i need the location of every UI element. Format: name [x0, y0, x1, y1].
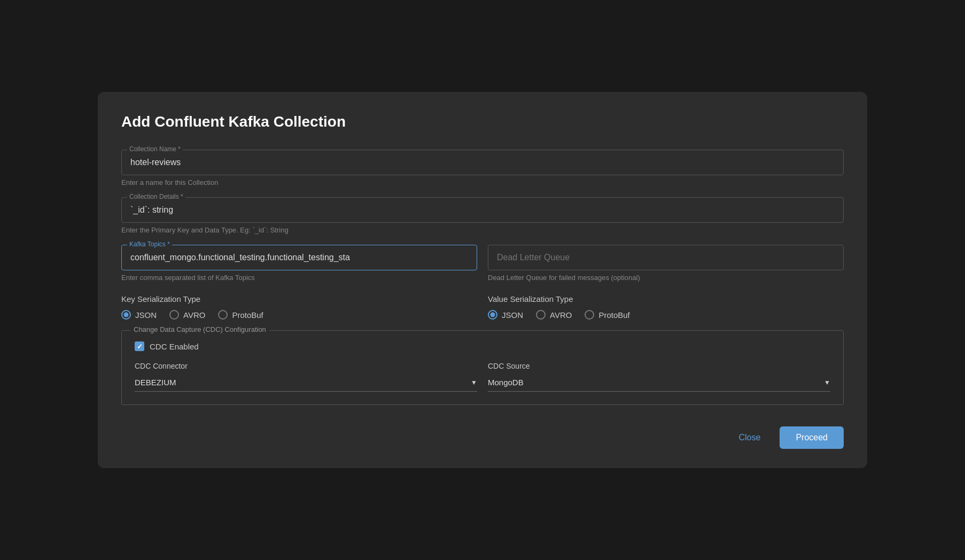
collection-details-group: Collection Details * Enter the Primary K…: [121, 197, 844, 234]
cdc-connector-title: CDC Connector: [135, 362, 477, 370]
kafka-topics-container: Kafka Topics *: [121, 245, 477, 270]
cdc-connector-group: CDC Connector DEBEZIUM ▼: [135, 362, 477, 392]
cdc-enabled-row: CDC Enabled: [135, 341, 830, 351]
collection-details-label: Collection Details *: [127, 193, 185, 200]
kafka-topics-input[interactable]: [122, 245, 477, 270]
dead-letter-queue-input[interactable]: [488, 245, 843, 270]
value-json-option[interactable]: JSON: [488, 310, 523, 320]
value-protobuf-label: ProtoBuf: [598, 310, 629, 320]
cdc-source-value: MongoDB: [488, 378, 824, 387]
dialog: Add Confluent Kafka Collection Collectio…: [98, 92, 867, 468]
cdc-section-label: Change Data Capture (CDC) Configuration: [130, 325, 269, 333]
dialog-footer: Close Proceed: [121, 421, 844, 449]
value-avro-label: AVRO: [550, 310, 572, 320]
kafka-topics-helper: Enter comma separated list of Kafka Topi…: [121, 274, 477, 282]
close-button[interactable]: Close: [730, 427, 769, 448]
key-protobuf-label: ProtoBuf: [232, 310, 263, 320]
collection-details-input[interactable]: [122, 198, 843, 222]
key-json-option[interactable]: JSON: [121, 310, 157, 320]
cdc-enabled-checkbox[interactable]: [135, 341, 144, 351]
value-serialization-options: JSON AVRO ProtoBuf: [488, 310, 844, 320]
cdc-connector-value: DEBEZIUM: [135, 378, 471, 387]
collection-name-group: Collection Name * Enter a name for this …: [121, 150, 844, 186]
cdc-enabled-label: CDC Enabled: [150, 342, 199, 351]
key-protobuf-radio[interactable]: [218, 310, 228, 320]
collection-details-helper: Enter the Primary Key and Data Type. Eg:…: [121, 226, 844, 234]
key-protobuf-option[interactable]: ProtoBuf: [218, 310, 263, 320]
collection-details-container: Collection Details *: [121, 197, 844, 223]
key-json-radio[interactable]: [121, 310, 131, 320]
key-serialization-group: Key Serialization Type JSON AVRO ProtoBu…: [121, 294, 477, 320]
dead-letter-queue-container: [488, 245, 844, 270]
collection-name-label: Collection Name *: [127, 145, 183, 153]
value-serialization-group: Value Serialization Type JSON AVRO Proto…: [488, 294, 844, 320]
value-avro-radio[interactable]: [536, 310, 546, 320]
dialog-title: Add Confluent Kafka Collection: [121, 113, 844, 130]
serialization-row: Key Serialization Type JSON AVRO ProtoBu…: [121, 294, 844, 320]
key-json-label: JSON: [135, 310, 157, 320]
value-protobuf-radio[interactable]: [585, 310, 594, 320]
topics-row: Kafka Topics * Enter comma separated lis…: [121, 245, 844, 292]
key-avro-label: AVRO: [183, 310, 205, 320]
cdc-source-dropdown[interactable]: MongoDB ▼: [488, 374, 830, 392]
key-serialization-options: JSON AVRO ProtoBuf: [121, 310, 477, 320]
cdc-source-group: CDC Source MongoDB ▼: [488, 362, 830, 392]
kafka-topics-group: Kafka Topics * Enter comma separated lis…: [121, 245, 477, 282]
collection-name-container: Collection Name *: [121, 150, 844, 175]
dead-letter-queue-group: Dead Letter Queue for failed messages (o…: [488, 245, 844, 282]
cdc-connector-dropdown[interactable]: DEBEZIUM ▼: [135, 374, 477, 392]
value-avro-option[interactable]: AVRO: [536, 310, 572, 320]
collection-name-helper: Enter a name for this Collection: [121, 178, 844, 186]
cdc-source-arrow-icon: ▼: [824, 379, 830, 386]
value-json-radio[interactable]: [488, 310, 497, 320]
proceed-button[interactable]: Proceed: [780, 426, 844, 449]
kafka-topics-label: Kafka Topics *: [127, 240, 172, 248]
collection-name-input[interactable]: [122, 150, 843, 175]
key-avro-radio[interactable]: [169, 310, 179, 320]
cdc-source-title: CDC Source: [488, 362, 830, 370]
cdc-section: Change Data Capture (CDC) Configuration …: [121, 330, 844, 405]
dead-letter-queue-helper: Dead Letter Queue for failed messages (o…: [488, 274, 844, 282]
key-serialization-title: Key Serialization Type: [121, 294, 477, 304]
value-protobuf-option[interactable]: ProtoBuf: [585, 310, 629, 320]
value-serialization-title: Value Serialization Type: [488, 294, 844, 304]
cdc-dropdowns: CDC Connector DEBEZIUM ▼ CDC Source Mong…: [135, 362, 830, 392]
value-json-label: JSON: [502, 310, 523, 320]
key-avro-option[interactable]: AVRO: [169, 310, 205, 320]
cdc-connector-arrow-icon: ▼: [471, 379, 477, 386]
